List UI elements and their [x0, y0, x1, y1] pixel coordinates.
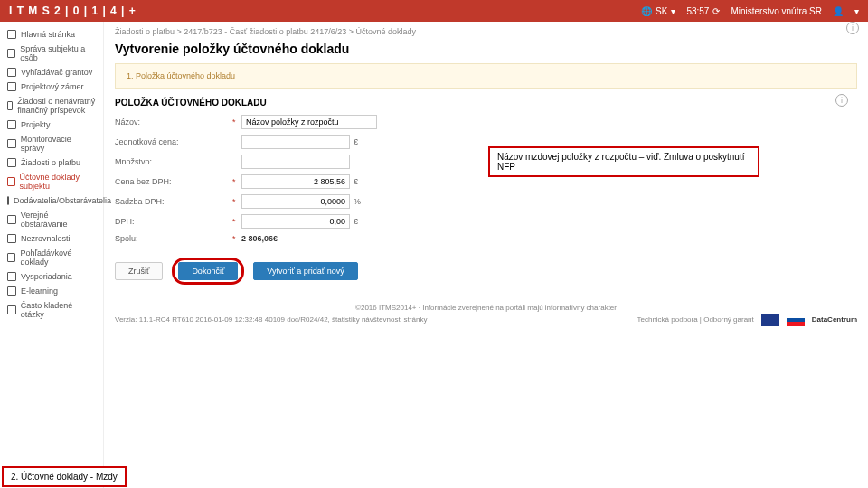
- sidebar-item-procurement[interactable]: Verejné obstarávanie: [0, 208, 103, 231]
- page-title: Vytvorenie položky účtovného dokladu: [115, 42, 857, 56]
- label-dph: DPH:: [115, 217, 232, 226]
- footer-version: Verzia: 11.1-RC4 RT610 2016-01-09 12:32:…: [115, 314, 427, 325]
- sidebar-item-elearning[interactable]: E-learning: [0, 284, 103, 298]
- input-sadzba-dph[interactable]: [241, 194, 350, 209]
- row-spolu: Spolu: * 2 806,06€: [115, 234, 857, 243]
- cancel-button[interactable]: Zrušiť: [115, 262, 163, 280]
- sidebar-item-nfp[interactable]: Žiadosti o nenávratný finančný príspevok: [0, 94, 103, 117]
- section-info-icon[interactable]: i: [835, 94, 848, 107]
- app-logo: I T M S 2 | 0 | 1 | 4 | +: [9, 5, 641, 17]
- doc-icon: [7, 82, 16, 91]
- settlement-icon: [7, 272, 16, 281]
- session-timer: 53:57 ⟳: [686, 6, 720, 16]
- sidebar: Hlavná stránka Správa subjektu a osôb Vy…: [0, 22, 104, 488]
- content-area: i Žiadosti o platbu > 2417/b723 - Časť ž…: [104, 22, 868, 488]
- input-nazov[interactable]: [241, 115, 377, 129]
- create-add-button[interactable]: Vytvoriť a pridať nový: [253, 262, 357, 280]
- annotation-callout-2: 2. Účtovné doklady - Mzdy: [2, 466, 127, 487]
- user-icon[interactable]: 👤: [833, 6, 844, 16]
- sidebar-item-grants[interactable]: Vyhľadávač grantov: [0, 65, 103, 80]
- row-dph: DPH: * €: [115, 214, 857, 229]
- sidebar-item-subjects[interactable]: Správa subjektu a osôb: [0, 42, 103, 65]
- doc-icon: [7, 101, 13, 110]
- footer-links[interactable]: Technická podpora | Odborný garant: [637, 314, 753, 325]
- sidebar-item-intent[interactable]: Projektový zámer: [0, 80, 103, 94]
- button-row: Zrušiť Dokončiť Vytvoriť a pridať nový: [115, 258, 857, 285]
- sidebar-item-settlements[interactable]: Vysporiadania: [0, 269, 103, 284]
- sk-flag-icon: [787, 314, 805, 326]
- sidebar-item-accounting[interactable]: Účtovné doklady subjektu: [0, 170, 103, 193]
- datacentrum-logo: DataCentrum: [812, 314, 857, 325]
- search-icon: [7, 68, 16, 77]
- sidebar-item-faq[interactable]: Často kladené otázky: [0, 298, 103, 322]
- info-icon[interactable]: i: [846, 22, 859, 34]
- input-mnozstvo[interactable]: [241, 155, 350, 169]
- input-cena-bez-dph[interactable]: [241, 174, 350, 189]
- payment-icon: [7, 158, 16, 167]
- row-sadzba-dph: Sadzba DPH: * %: [115, 194, 857, 209]
- receivable-icon: [7, 253, 15, 262]
- suppliers-icon: [7, 196, 9, 205]
- finish-button[interactable]: Dokončiť: [178, 262, 238, 280]
- annotation-callout-1: Názov mzdovej položky z rozpočtu – viď. …: [488, 146, 760, 177]
- sidebar-item-suppliers[interactable]: Dodávatelia/Obstarávatelia: [0, 193, 103, 208]
- footer: ©2016 ITMS2014+ · Informácie zverejnené …: [115, 303, 857, 326]
- value-spolu: 2 806,06€: [241, 234, 278, 243]
- row-nazov: Názov: *: [115, 115, 857, 129]
- label-nazov: Názov:: [115, 117, 232, 127]
- sidebar-item-irregularities[interactable]: Nezrovnalosti: [0, 231, 103, 246]
- eu-flag-icon: [761, 314, 779, 326]
- highlight-ring: Dokončiť: [172, 258, 244, 285]
- footer-info: Informácie zverejnené na portáli majú in…: [422, 304, 617, 312]
- label-sadzba-dph: Sadzba DPH:: [115, 197, 232, 206]
- user-menu-chevron[interactable]: ▾: [854, 6, 859, 16]
- label-mnozstvo: Množstvo:: [115, 157, 232, 166]
- sidebar-item-monitoring[interactable]: Monitorovacie správy: [0, 132, 103, 155]
- topbar-right: 🌐 SK ▾ 53:57 ⟳ Ministerstvo vnútra SR 👤 …: [641, 6, 859, 16]
- projects-icon: [7, 120, 16, 129]
- sidebar-item-projects[interactable]: Projekty: [0, 117, 103, 132]
- breadcrumb[interactable]: Žiadosti o platbu > 2417/b723 - Časť žia…: [115, 27, 857, 36]
- label-cena-bez-dph: Cena bez DPH:: [115, 177, 232, 186]
- warn-icon: [7, 234, 16, 243]
- procurement-icon: [7, 215, 16, 224]
- sidebar-item-home[interactable]: Hlavná stránka: [0, 27, 103, 42]
- section-title: POLOŽKA ÚČTOVNÉHO DOKLADU: [115, 98, 857, 108]
- faq-icon: [7, 305, 16, 314]
- report-icon: [7, 139, 16, 148]
- ministry-name: Ministerstvo vnútra SR: [731, 6, 822, 16]
- label-spolu: Spolu:: [115, 234, 232, 243]
- label-jedn-cena: Jednotková cena:: [115, 137, 232, 146]
- step-indicator: 1. Položka účtovného dokladu: [115, 63, 857, 89]
- accounting-icon: [7, 177, 15, 186]
- sidebar-item-payments[interactable]: Žiadosti o platbu: [0, 155, 103, 170]
- sidebar-item-receivables[interactable]: Pohľadávkové doklady: [0, 246, 103, 269]
- input-jedn-cena[interactable]: [241, 135, 350, 149]
- top-bar: I T M S 2 | 0 | 1 | 4 | + 🌐 SK ▾ 53:57 ⟳…: [0, 0, 868, 22]
- footer-copy: ©2016 ITMS2014+: [355, 304, 417, 312]
- home-icon: [7, 30, 16, 39]
- elearning-icon: [7, 286, 16, 296]
- people-icon: [7, 49, 15, 58]
- lang-switch[interactable]: 🌐 SK ▾: [641, 6, 675, 16]
- input-dph[interactable]: [241, 214, 350, 229]
